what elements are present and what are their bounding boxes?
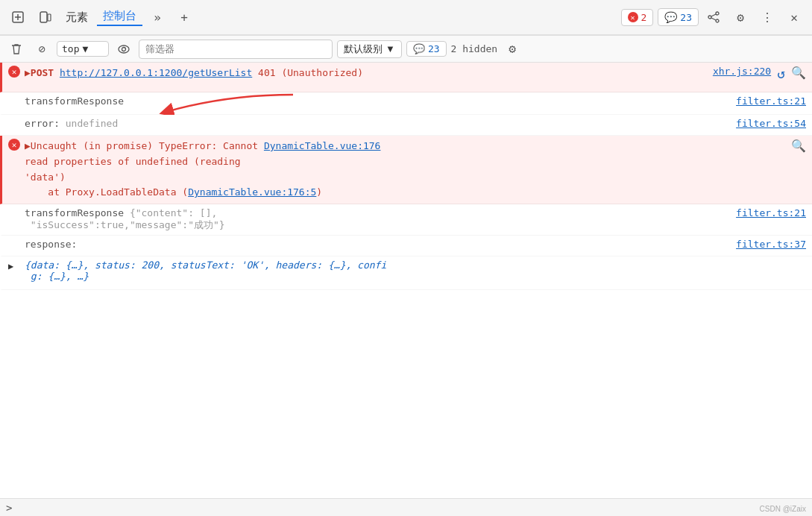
error-url[interactable]: http://127.0.0.1:1200/getUserList bbox=[60, 67, 252, 78]
status-bar: > bbox=[0, 498, 812, 516]
chevron-more-icon[interactable]: » bbox=[145, 5, 169, 29]
error-undefined-file[interactable]: filter.ts:54 bbox=[736, 118, 806, 129]
svg-rect-2 bbox=[48, 14, 51, 21]
svg-line-7 bbox=[711, 18, 716, 20]
console-settings-icon[interactable]: ⚙ bbox=[502, 39, 523, 60]
object-value: {data: {…}, status: 200, statusText: 'OK… bbox=[25, 259, 386, 282]
expand-arrow-icon[interactable]: ▶ bbox=[8, 261, 13, 271]
message-count: 23 bbox=[680, 12, 692, 23]
filter-icon[interactable]: ⊘ bbox=[31, 39, 52, 60]
svg-point-8 bbox=[119, 45, 129, 53]
context-selector[interactable]: top ▼ bbox=[57, 41, 109, 57]
share-icon[interactable] bbox=[702, 5, 726, 29]
error-row-2: ✕ ▶Uncaught (in promise) TypeError: Cann… bbox=[0, 136, 812, 204]
error-count: 2 bbox=[641, 12, 647, 23]
object-content[interactable]: {data: {…}, status: 200, statusText: 'OK… bbox=[25, 259, 806, 282]
response-file[interactable]: filter.ts:37 bbox=[736, 239, 806, 250]
hidden-count: 2 hidden bbox=[451, 43, 498, 54]
level-label: 默认级别 bbox=[344, 43, 383, 56]
filter-bar: ⊘ top ▼ 默认级别 ▼ 💬 23 2 hidden ⚙ bbox=[0, 36, 812, 63]
level-dropdown-icon: ▼ bbox=[385, 43, 395, 54]
reload-icon[interactable]: ↺ bbox=[777, 66, 785, 81]
uncaught-line3: 'data') bbox=[25, 172, 66, 183]
message-badge[interactable]: 💬 23 bbox=[658, 8, 699, 26]
console-content: ✕ ▶POST http://127.0.0.1:1200/getUserLis… bbox=[0, 63, 812, 498]
uncaught-line2: read properties of undefined (reading bbox=[25, 156, 241, 167]
error-badge[interactable]: ✕ 2 bbox=[621, 9, 654, 26]
msg-icon: 💬 bbox=[413, 43, 425, 54]
uncaught-line1: ▶Uncaught (in promise) TypeError: Cannot bbox=[25, 140, 264, 151]
uncaught-line4: at Proxy.LoadTableData (DynamicTable.vue… bbox=[25, 186, 322, 198]
transform-file-2[interactable]: filter.ts:21 bbox=[736, 207, 806, 218]
response-label: response: bbox=[25, 239, 736, 250]
error-undefined-content: error: undefined bbox=[25, 118, 736, 129]
search-icon-2[interactable]: 🔍 bbox=[791, 139, 806, 153]
level-selector[interactable]: 默认级别 ▼ bbox=[337, 40, 402, 58]
response-row: response: filter.ts:37 bbox=[0, 236, 812, 257]
more-options-icon[interactable]: ⋮ bbox=[755, 5, 779, 29]
method-label: ▶POST bbox=[25, 67, 60, 78]
msg-count: 23 bbox=[428, 43, 440, 54]
elements-tab[interactable]: 元素 bbox=[60, 10, 94, 25]
dynamic-table-link-2[interactable]: DynamicTable.vue:176:5 bbox=[188, 186, 316, 198]
context-dropdown-icon: ▼ bbox=[82, 43, 88, 54]
svg-point-9 bbox=[122, 47, 126, 51]
error-dot: ✕ bbox=[628, 12, 638, 22]
status-code: 401 (Unauthorized) bbox=[252, 67, 363, 78]
cursor-tool-icon[interactable] bbox=[6, 5, 30, 29]
transform-label-1: transformResponse bbox=[25, 95, 736, 107]
error-row-right-1: xhr.js:220 ↺ 🔍 bbox=[713, 66, 806, 81]
console-prompt-icon[interactable]: > bbox=[6, 502, 12, 514]
error-undefined-row: error: undefined filter.ts:54 bbox=[0, 115, 812, 136]
search-icon-1[interactable]: 🔍 bbox=[791, 66, 806, 80]
device-toggle-icon[interactable] bbox=[33, 5, 57, 29]
eye-icon[interactable] bbox=[113, 39, 134, 60]
svg-point-5 bbox=[716, 19, 719, 22]
dynamic-table-link-1[interactable]: DynamicTable.vue:176 bbox=[264, 140, 381, 151]
close-devtools-icon[interactable]: ✕ bbox=[782, 5, 806, 29]
transform-row-2: transformResponse {"content": [], "isSuc… bbox=[0, 204, 812, 236]
message-icon: 💬 bbox=[664, 11, 677, 23]
top-toolbar: 元素 控制台 » + ✕ 2 💬 23 ⚙ ⋮ ✕ bbox=[0, 0, 812, 36]
transform-file-1[interactable]: filter.ts:21 bbox=[736, 95, 806, 107]
error-icon-2: ✕ bbox=[8, 139, 20, 151]
error-row-1: ✕ ▶POST http://127.0.0.1:1200/getUserLis… bbox=[0, 63, 812, 92]
watermark: CSDN @iZaix bbox=[760, 505, 806, 513]
object-row: ▶ {data: {…}, status: 200, statusText: '… bbox=[0, 257, 812, 290]
error-icon-1: ✕ bbox=[8, 66, 20, 78]
error-content-1: ▶POST http://127.0.0.1:1200/getUserList … bbox=[25, 66, 707, 81]
clear-console-icon[interactable] bbox=[6, 39, 27, 60]
error-row-right-2: 🔍 bbox=[791, 139, 806, 153]
svg-rect-1 bbox=[40, 12, 47, 22]
badge-group: ✕ 2 💬 23 bbox=[621, 8, 699, 26]
error-content-2: ▶Uncaught (in promise) TypeError: Cannot… bbox=[25, 139, 785, 201]
context-value: top bbox=[62, 43, 79, 54]
svg-point-3 bbox=[716, 12, 719, 15]
message-count-badge[interactable]: 💬 23 bbox=[406, 41, 447, 57]
add-panel-icon[interactable]: + bbox=[172, 5, 196, 29]
svg-line-6 bbox=[711, 14, 716, 16]
filter-input[interactable] bbox=[139, 40, 333, 59]
svg-point-4 bbox=[708, 16, 711, 19]
transform-row-1: transformResponse filter.ts:21 bbox=[0, 92, 812, 115]
transform-content-2: transformResponse {"content": [], "isSuc… bbox=[25, 207, 736, 232]
settings-icon[interactable]: ⚙ bbox=[728, 5, 752, 29]
error-file-1[interactable]: xhr.js:220 bbox=[713, 66, 771, 77]
console-tab[interactable]: 控制台 bbox=[97, 9, 142, 26]
